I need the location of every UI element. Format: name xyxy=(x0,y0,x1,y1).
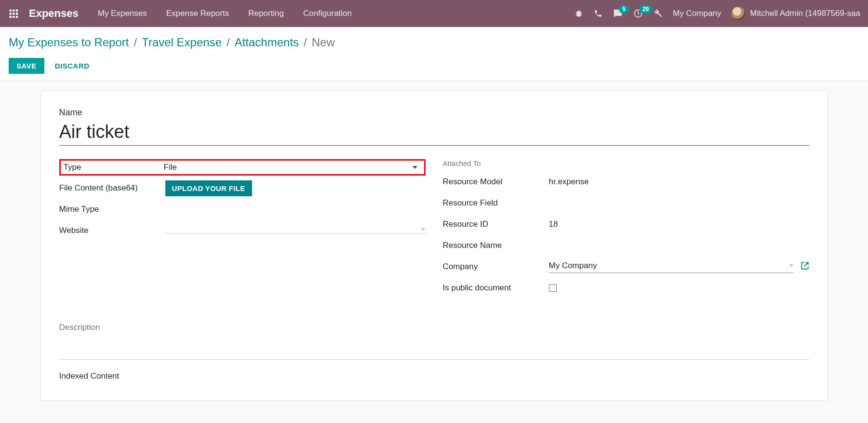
breadcrumb-separator: / xyxy=(304,36,307,49)
messages-badge: 5 xyxy=(619,5,629,14)
chevron-down-icon xyxy=(413,166,417,169)
company-select[interactable]: My Company xyxy=(549,261,794,273)
nav-right: 5 29 My Company Mitchell Admin (14987569… xyxy=(574,7,860,20)
svg-rect-3 xyxy=(10,13,12,14)
is-public-label: Is public document xyxy=(443,283,549,293)
type-row-highlight: Type File xyxy=(59,159,426,176)
bug-icon[interactable] xyxy=(574,9,583,18)
apps-icon[interactable] xyxy=(8,8,19,19)
user-menu[interactable]: Mitchell Admin (14987569-saa xyxy=(732,7,860,20)
svg-rect-7 xyxy=(13,16,14,18)
breadcrumb-separator: / xyxy=(134,36,137,49)
control-panel: My Expenses to Report / Travel Expense /… xyxy=(0,27,868,81)
file-content-label: File Content (base64) xyxy=(59,183,165,193)
resource-id-label: Resource ID xyxy=(443,219,549,229)
company-value: My Company xyxy=(549,261,597,271)
website-label: Website xyxy=(59,226,165,235)
nav-my-expenses[interactable]: My Expenses xyxy=(98,9,147,18)
name-input[interactable] xyxy=(59,121,809,146)
breadcrumb-link[interactable]: Attachments xyxy=(235,36,299,49)
svg-rect-0 xyxy=(10,10,12,12)
chevron-down-icon xyxy=(789,264,794,267)
nav-reporting[interactable]: Reporting xyxy=(248,9,284,18)
messages-icon[interactable]: 5 xyxy=(613,9,623,18)
nav-menu: My Expenses Expense Reports Reporting Co… xyxy=(98,9,352,18)
upload-file-button[interactable]: UPLOAD YOUR FILE xyxy=(165,180,252,196)
breadcrumb-link[interactable]: Travel Expense xyxy=(142,36,222,49)
svg-rect-5 xyxy=(16,13,18,14)
tools-icon[interactable] xyxy=(654,9,662,18)
separator xyxy=(59,359,809,360)
right-column: Attached To Resource Model hr.expense Re… xyxy=(443,159,809,300)
svg-rect-6 xyxy=(10,16,12,18)
nav-expense-reports[interactable]: Expense Reports xyxy=(166,9,229,18)
svg-rect-4 xyxy=(13,13,14,14)
chevron-down-icon xyxy=(421,228,426,231)
svg-rect-2 xyxy=(16,10,18,12)
user-name: Mitchell Admin (14987569-saa xyxy=(750,9,860,18)
attached-to-heading: Attached To xyxy=(443,159,809,167)
main-navbar: Expenses My Expenses Expense Reports Rep… xyxy=(0,0,868,27)
phone-icon[interactable] xyxy=(594,9,602,18)
external-link-icon[interactable] xyxy=(801,261,809,272)
svg-rect-1 xyxy=(13,10,14,12)
is-public-checkbox[interactable] xyxy=(549,284,557,292)
resource-name-label: Resource Name xyxy=(443,241,549,250)
type-value: File xyxy=(164,163,177,172)
activities-badge: 29 xyxy=(639,5,652,14)
company-label: Company xyxy=(443,262,549,272)
avatar xyxy=(732,7,745,20)
resource-field-label: Resource Field xyxy=(443,198,549,208)
mime-type-label: Mime Type xyxy=(59,205,165,214)
form-sheet: Name Type File File Content (base64) UPL… xyxy=(40,91,828,401)
save-button[interactable]: SAVE xyxy=(9,58,44,74)
brand-title[interactable]: Expenses xyxy=(29,7,79,20)
breadcrumb-separator: / xyxy=(227,36,230,49)
svg-rect-8 xyxy=(16,16,18,18)
action-bar: SAVE DISCARD xyxy=(9,58,859,74)
breadcrumb: My Expenses to Report / Travel Expense /… xyxy=(9,36,859,49)
resource-model-label: Resource Model xyxy=(443,177,549,187)
breadcrumb-link[interactable]: My Expenses to Report xyxy=(9,36,129,49)
left-column: Type File File Content (base64) UPLOAD Y… xyxy=(59,159,426,300)
type-label: Type xyxy=(64,163,164,172)
resource-id-value: 18 xyxy=(549,219,809,229)
breadcrumb-current: New xyxy=(312,36,335,49)
resource-model-value: hr.expense xyxy=(549,177,809,187)
type-select[interactable]: File xyxy=(164,163,421,172)
discard-button[interactable]: DISCARD xyxy=(55,62,90,70)
website-select[interactable] xyxy=(165,228,426,233)
indexed-content-label: Indexed Content xyxy=(59,371,809,381)
activities-icon[interactable]: 29 xyxy=(633,9,643,18)
description-label: Description xyxy=(59,323,809,332)
nav-configuration[interactable]: Configuration xyxy=(303,9,352,18)
company-switcher[interactable]: My Company xyxy=(673,9,721,18)
name-label: Name xyxy=(59,108,809,118)
